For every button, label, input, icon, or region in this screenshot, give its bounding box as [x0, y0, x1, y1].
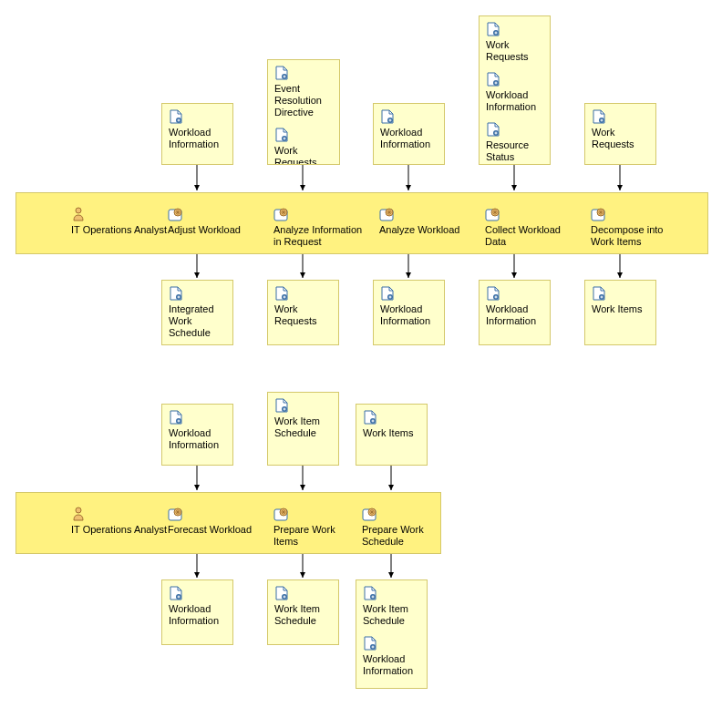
input-label: Work Items [363, 427, 413, 438]
process-icon [485, 207, 500, 221]
process-icon [273, 207, 288, 221]
document-icon [169, 109, 183, 124]
document-icon [274, 398, 289, 413]
process-icon [168, 207, 182, 221]
document-icon [363, 586, 377, 600]
document-icon [592, 286, 606, 301]
output-work-item-schedule-workload: Work Item Schedule Workload Information [356, 579, 428, 689]
document-icon [274, 286, 289, 301]
process-label: Decompose into Work Items [591, 224, 664, 247]
output-workload-information-3: Workload Information [161, 579, 233, 645]
process-collect-workload-data: Collect Workload Data [485, 207, 580, 248]
document-icon [363, 636, 377, 651]
input-event-resolution-work-requests: Event Resolution Directive Work Requests [267, 59, 340, 165]
process-label: Prepare Work Items [273, 524, 335, 547]
input-workload-information-2: Workload Information [373, 103, 445, 165]
input-label: Workload Information [380, 127, 430, 149]
document-icon [486, 122, 500, 137]
process-label: Prepare Work Schedule [362, 524, 424, 547]
process-analyze-workload: Analyze Workload [379, 207, 470, 236]
document-icon [363, 410, 377, 425]
document-icon [486, 286, 500, 301]
output-work-requests: Work Requests [267, 280, 339, 345]
input-label: Work Item Schedule [274, 415, 320, 438]
input-label: Workload Information [169, 427, 219, 450]
output-label: Workload Information [486, 303, 536, 326]
output-integrated-work-schedule: Integrated Work Schedule [161, 280, 233, 345]
document-icon [486, 72, 500, 87]
output-label: Workload Information [380, 303, 430, 326]
process-label: Forecast Workload [168, 524, 252, 535]
document-icon [169, 286, 183, 301]
input-label: Resource Status [486, 139, 529, 162]
process-icon [591, 207, 605, 221]
input-work-item-schedule: Work Item Schedule [267, 392, 339, 466]
process-icon [362, 507, 376, 521]
process-decompose-work-items: Decompose into Work Items [591, 207, 686, 248]
process-adjust-workload: Adjust Workload [168, 207, 259, 236]
document-icon [592, 109, 606, 124]
document-icon [169, 586, 183, 600]
document-icon [380, 109, 395, 124]
document-icon [169, 410, 183, 425]
process-forecast-workload: Forecast Workload [168, 507, 263, 536]
process-label: Collect Workload Data [485, 224, 561, 247]
output-work-items: Work Items [584, 280, 656, 345]
output-label: Work Items [592, 303, 642, 314]
document-icon [486, 22, 500, 36]
document-icon [274, 128, 289, 142]
process-label: Analyze Workload [379, 224, 459, 235]
svg-point-27 [76, 508, 81, 513]
output-label: Integrated Work Schedule [169, 303, 214, 338]
input-label: Work Requests [592, 127, 634, 149]
process-label: Adjust Workload [168, 224, 241, 235]
output-label: Workload Information [169, 603, 219, 626]
input-workload-information-3: Workload Information [161, 404, 233, 466]
process-icon [168, 507, 182, 521]
input-workload-information-1: Workload Information [161, 103, 233, 165]
output-label: Work Item Schedule [363, 603, 408, 626]
swimlane-it-operations-analyst-2: IT Operations Analyst Forecast Workload … [15, 492, 441, 554]
input-work-requests-workload-resource: Work Requests Workload Information Resou… [479, 15, 551, 165]
output-label: Work Item Schedule [274, 603, 320, 626]
svg-point-8 [76, 208, 81, 213]
input-work-items: Work Items [356, 404, 428, 466]
process-prepare-work-items: Prepare Work Items [273, 507, 356, 548]
output-work-item-schedule-1: Work Item Schedule [267, 579, 339, 645]
actor-icon [71, 207, 86, 221]
document-icon [274, 66, 289, 80]
output-label: Workload Information [363, 653, 413, 676]
swimlane-it-operations-analyst-1: IT Operations Analyst Adjust Workload An… [15, 192, 708, 254]
process-icon [379, 207, 394, 221]
output-label: Work Requests [274, 303, 316, 326]
process-analyze-information: Analyze Information in Request [273, 207, 372, 248]
actor-icon [71, 507, 86, 521]
input-label: Work Requests [274, 145, 316, 165]
input-label: Event Resolution Directive [274, 83, 322, 118]
process-prepare-work-schedule: Prepare Work Schedule [362, 507, 444, 548]
process-icon [273, 507, 288, 521]
input-work-requests-2: Work Requests [584, 103, 656, 165]
process-label: Analyze Information in Request [273, 224, 362, 247]
document-icon [380, 286, 395, 301]
output-workload-information-1: Workload Information [373, 280, 445, 345]
swimlane-label: IT Operations Analyst [71, 207, 167, 236]
input-label: Work Requests [486, 39, 528, 62]
output-workload-information-2: Workload Information [479, 280, 551, 345]
input-label: Workload Information [169, 127, 219, 149]
swimlane-label: IT Operations Analyst [71, 507, 167, 536]
document-icon [274, 586, 289, 600]
input-label: Workload Information [486, 89, 536, 112]
